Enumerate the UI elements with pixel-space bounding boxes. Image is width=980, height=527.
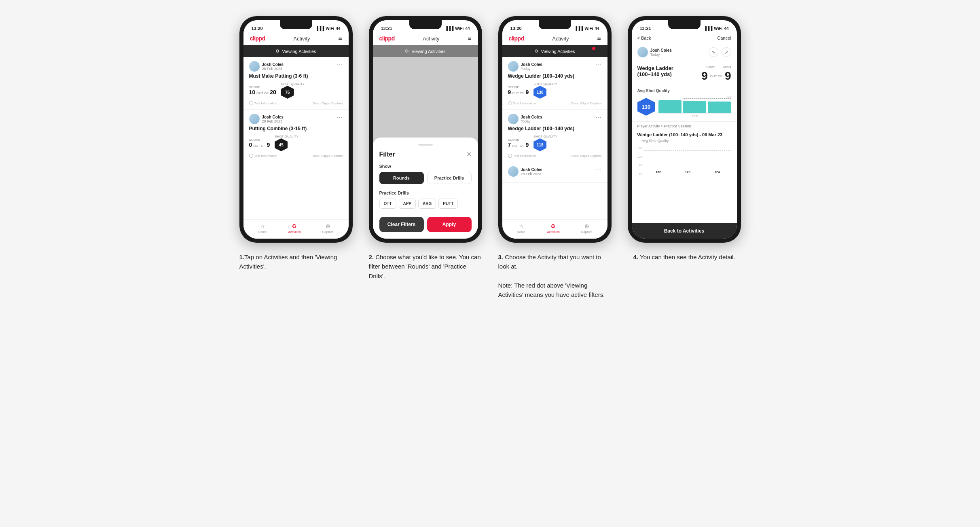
modal-title: Filter: [379, 151, 395, 158]
wifi-icon-4: WiFi: [714, 26, 722, 31]
stat-block-score-1-2: Score 0 OUT OF 9: [249, 138, 270, 148]
three-dots-1-2[interactable]: ···: [337, 114, 343, 120]
step-desc-1: 1.Tap on Activities and then 'Viewing Ac…: [239, 252, 353, 271]
detail-title-block-4: Wedge Ladder(100–140 yds): [637, 65, 698, 79]
avatar-4: [637, 47, 648, 57]
stat-block-score-3-1: Score 9 OUT OF 9: [508, 85, 529, 95]
edit-icon-4[interactable]: ✎: [709, 47, 718, 57]
user-info-3-1: Josh Coles Today: [508, 61, 542, 72]
step-desc-2: 2. Choose what you'd like to see. You ca…: [369, 252, 482, 281]
back-to-activities-button-4[interactable]: Back to Activities: [632, 223, 737, 239]
cancel-button-4[interactable]: Cancel: [717, 36, 731, 40]
activity-card-1-1[interactable]: Josh Coles 28 Feb 2023 ··· Must Make Put…: [243, 57, 349, 110]
stat-block-quality-3-2: Shot Quality 118: [533, 135, 557, 151]
phone-3-inner: 13:20 ▐▐▐ WiFi 44 clippd Activity ≡ ⚙ Vi…: [502, 20, 607, 239]
user-text-1-2: Josh Coles 28 Feb 2023: [262, 115, 284, 123]
step-num-2: 2.: [369, 254, 376, 260]
three-dots-3-1[interactable]: ···: [596, 61, 602, 68]
y-label-120: 120: [637, 155, 642, 158]
three-dots-1-1[interactable]: ···: [337, 61, 343, 68]
bottom-nav-3: ⌂ Home ♻ Activities ⊕ Capture: [502, 219, 607, 239]
home-icon-1: ⌂: [260, 223, 264, 229]
tag-app[interactable]: APP: [399, 199, 416, 209]
info-icon-3-2: i: [508, 154, 512, 158]
out-of-text-4: OUT OF: [710, 74, 722, 78]
hamburger-icon-2[interactable]: ≡: [468, 35, 471, 42]
activity-card-3-1[interactable]: Josh Coles Today ··· Wedge Ladder (100–1…: [502, 57, 607, 110]
user-info-1-1: Josh Coles 28 Feb 2023: [249, 61, 284, 72]
chart-label-140: 130: [726, 95, 731, 98]
stats-row-3-2: Score 7 OUT OF 9 Shot Quality 118: [508, 135, 602, 151]
three-dots-3-2[interactable]: ···: [596, 114, 602, 120]
dashed-avg-line-4: [684, 98, 731, 99]
viewing-banner-3[interactable]: ⚙ Viewing Activities: [502, 45, 607, 57]
user-date-1-1: 28 Feb 2023: [262, 67, 284, 71]
nav-title-3: Activity: [552, 36, 569, 42]
capture-icon-3: ⊕: [584, 223, 589, 229]
nav-activities-3[interactable]: ♻ Activities: [547, 223, 560, 234]
bar-val-4-1: 132: [656, 170, 661, 174]
score-label-1-2: Score: [249, 138, 270, 142]
big-score-4: 9: [701, 70, 708, 83]
back-button-4[interactable]: < Back: [637, 36, 651, 40]
toggle-rounds[interactable]: Rounds: [379, 172, 424, 184]
nav-home-3[interactable]: ⌂ Home: [517, 223, 525, 234]
clear-filters-button[interactable]: Clear Filters: [379, 217, 424, 232]
tag-row: OTT APP ARG PUTT: [379, 199, 472, 209]
step-num-1: 1.: [239, 254, 245, 260]
nav-capture-1[interactable]: ⊕ Capture: [322, 223, 334, 234]
user-text-1-1: Josh Coles 28 Feb 2023: [262, 62, 284, 71]
hamburger-icon-1[interactable]: ≡: [338, 35, 342, 42]
quality-hex-3-1: 130: [533, 86, 546, 99]
bar-chart-4: 140 120 80 60 132: [637, 147, 731, 175]
card-footer-3-2: i Test Information Data: Clippd Capture: [508, 154, 602, 158]
score-val-3-2: 7: [508, 142, 511, 148]
tag-ott[interactable]: OTT: [379, 199, 396, 209]
phone-notch-2: [409, 20, 442, 29]
quality-hex-3-2: 118: [533, 138, 546, 151]
y-label-140: 140: [637, 147, 642, 150]
viewing-banner-1[interactable]: ⚙ Viewing Activities: [243, 45, 349, 57]
score-group-3-2: 7 OUT OF 9: [508, 142, 529, 148]
battery-icon-1: 44: [336, 26, 340, 31]
chart-bars-4: [658, 99, 731, 114]
tag-putt[interactable]: PUTT: [438, 199, 458, 209]
bar-val-4-2: 129: [685, 170, 690, 174]
card-footer-1-1: i Test Information Data: Clippd Capture: [249, 101, 343, 105]
hamburger-icon-3[interactable]: ≡: [597, 35, 601, 42]
activity-card-1-2[interactable]: Josh Coles 28 Feb 2023 ··· Putting Combi…: [243, 110, 349, 162]
score-val-1-1: 10: [249, 89, 256, 95]
user-date-3-3: 28 Feb 2023: [521, 172, 542, 176]
nav-home-1[interactable]: ⌂ Home: [258, 223, 267, 234]
activity-card-3-3[interactable]: Josh Coles 28 Feb 2023 ···: [502, 162, 607, 183]
data-capture-1-1: Data: Clippd Capture: [313, 102, 343, 105]
phone-2-inner: 13:21 ▐▐▐ WiFi 44 clippd Activity ≡ ⚙ Vi…: [373, 20, 478, 239]
page-container: 13:20 ▐▐▐ WiFi 44 clippd Activity ≡ ⚙ Vi…: [239, 16, 741, 299]
tag-arg[interactable]: ARG: [418, 199, 436, 209]
filter-modal: Filter ✕ Show Rounds Practice Drills Pra…: [373, 138, 478, 239]
phone-2: 13:21 ▐▐▐ WiFi 44 clippd Activity ≡ ⚙ Vi…: [369, 16, 482, 243]
modal-close-icon[interactable]: ✕: [466, 150, 472, 158]
bottom-nav-1: ⌂ Home ♻ Activities ⊕ Capture: [243, 219, 349, 239]
nav-activities-1[interactable]: ♻ Activities: [288, 223, 301, 234]
stat-block-score-3-2: Score 7 OUT OF 9: [508, 138, 529, 148]
card-header-1-2: Josh Coles 28 Feb 2023 ···: [249, 114, 343, 124]
user-date-4: Today: [650, 53, 672, 57]
avatar-3-1: [508, 61, 519, 72]
card-header-3-2: Josh Coles Today ···: [508, 114, 602, 124]
phone-3: 13:20 ▐▐▐ WiFi 44 clippd Activity ≡ ⚙ Vi…: [498, 16, 612, 243]
apply-button[interactable]: Apply: [427, 217, 472, 232]
nav-capture-3[interactable]: ⊕ Capture: [581, 223, 593, 234]
score-group-1-2: 0 OUT OF 9: [249, 142, 270, 148]
step-text-1: Tap on Activities and then 'Viewing Acti…: [239, 254, 337, 270]
viewing-banner-2[interactable]: ⚙ Viewing Activities: [373, 45, 478, 57]
activity-card-3-2[interactable]: Josh Coles Today ··· Wedge Ladder (100–1…: [502, 110, 607, 162]
three-dots-3-3[interactable]: ···: [596, 166, 602, 173]
toggle-practice[interactable]: Practice Drills: [427, 172, 472, 184]
activity-sub-title-4: Wedge Ladder (100–140 yds) - 06 Mar 23: [632, 131, 737, 139]
status-icons-1: ▐▐▐ WiFi 44: [315, 26, 340, 31]
chart-bar-4-1: [658, 100, 682, 113]
capture-icon-1: ⊕: [326, 223, 330, 229]
phone-notch-4: [668, 20, 701, 29]
expand-icon-4[interactable]: ⤢: [722, 47, 731, 57]
